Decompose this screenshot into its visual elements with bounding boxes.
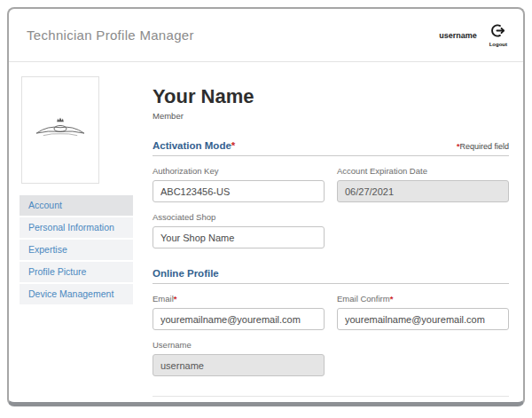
username-field: Username <box>153 330 325 376</box>
associated-shop-input[interactable] <box>153 226 325 248</box>
main-panel: Your Name Member Activation Mode* *Requi… <box>137 75 511 406</box>
sidebar-item-expertise[interactable]: Expertise <box>20 240 133 260</box>
app-window: Technician Profile Manager username Logo… <box>7 7 525 406</box>
email-confirm-field: Email Confirm* <box>337 284 509 330</box>
authorization-key-label: Authorization Key <box>153 166 325 176</box>
email-field: Email* <box>153 284 325 330</box>
sidebar: Account Personal Information Expertise P… <box>20 75 137 406</box>
activation-fields-grid: Authorization Key Account Expiration Dat… <box>153 156 509 248</box>
header-username: username <box>439 31 477 40</box>
account-expiration-label: Account Expiration Date <box>337 166 509 176</box>
username-input <box>153 354 325 376</box>
required-field-note: *Required field <box>457 142 509 151</box>
account-expiration-input <box>337 180 509 202</box>
required-asterisk: * <box>390 294 394 304</box>
account-expiration-field: Account Expiration Date <box>337 156 509 202</box>
activation-section-header: Activation Mode* *Required field <box>153 140 509 156</box>
sidebar-item-account[interactable]: Account <box>20 195 133 216</box>
authorization-key-input[interactable] <box>153 180 325 202</box>
username-label: Username <box>153 340 325 350</box>
profile-name: Your Name <box>153 85 509 108</box>
logout-label: Logout <box>489 42 507 47</box>
sidebar-nav: Account Personal Information Expertise P… <box>20 195 133 304</box>
online-profile-section-title: Online Profile <box>153 268 219 279</box>
required-asterisk: * <box>174 294 177 304</box>
sidebar-item-profile-picture[interactable]: Profile Picture <box>20 262 133 282</box>
sidebar-item-device-management[interactable]: Device Management <box>20 284 133 304</box>
associated-shop-field: Associated Shop <box>153 202 325 248</box>
required-asterisk: * <box>231 140 235 151</box>
brand-logo-card <box>21 76 99 184</box>
activation-section-title: Activation Mode* <box>153 140 235 151</box>
header-right: username Logout <box>439 23 507 47</box>
authorization-key-field: Authorization Key <box>153 156 325 202</box>
app-title: Technician Profile Manager <box>27 28 194 43</box>
logout-icon <box>490 23 505 41</box>
action-bar: Cancel Save <box>153 396 509 406</box>
brand-emblem-icon <box>32 113 89 148</box>
logout-button[interactable]: Logout <box>489 23 507 47</box>
sidebar-item-personal-information[interactable]: Personal Information <box>20 217 133 238</box>
profile-role: Member <box>153 111 509 121</box>
online-profile-fields-grid: Email* Email Confirm* Username <box>153 284 509 376</box>
email-confirm-input[interactable] <box>337 308 509 330</box>
app-header: Technician Profile Manager username Logo… <box>9 9 523 62</box>
content-area: Account Personal Information Expertise P… <box>9 62 523 406</box>
email-confirm-label: Email Confirm* <box>337 294 509 304</box>
email-input[interactable] <box>153 308 325 330</box>
associated-shop-label: Associated Shop <box>153 212 325 222</box>
online-profile-section-header: Online Profile <box>153 268 509 284</box>
email-label: Email* <box>153 294 325 304</box>
